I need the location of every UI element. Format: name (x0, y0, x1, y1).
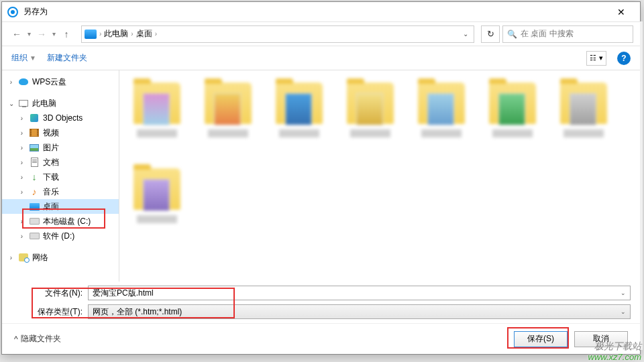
back-button[interactable]: ← (9, 26, 25, 42)
folder-item[interactable] (195, 77, 262, 158)
fields-area: 文件名(N): 爱淘宝PC版.html⌄ 保存类型(T): 网页，全部 (*.h… (2, 282, 640, 323)
folder-item[interactable] (550, 77, 617, 158)
download-icon: ↓ (28, 172, 40, 182)
toolbar: 组织▼ 新建文件夹 ☷ ▾ ? (2, 46, 640, 70)
window-title: 另存为 (23, 6, 608, 17)
save-button[interactable]: 保存(S) (514, 331, 568, 347)
tree-item-drive-c[interactable]: ›本地磁盘 (C:) (2, 214, 119, 229)
folder-item[interactable] (266, 77, 333, 158)
back-history-dropdown[interactable]: ▾ (28, 30, 31, 38)
footer: ^隐藏文件夹 保存(S) 取消 (2, 323, 640, 354)
tree-item-thispc[interactable]: ⌄此电脑 (2, 96, 119, 111)
tree-item-network[interactable]: ›网络 (2, 250, 119, 265)
music-icon: ♪ (28, 186, 40, 197)
chevron-down-icon[interactable]: ⌄ (621, 308, 626, 315)
search-icon: 🔍 (507, 29, 517, 39)
view-options-button[interactable]: ☷ ▾ (586, 51, 606, 66)
title-bar: 另存为 ✕ (2, 2, 640, 22)
folder-item[interactable] (479, 77, 546, 158)
breadcrumb-bar[interactable]: › 此电脑 › 桌面 › ⌄ (81, 25, 474, 43)
scrollbar[interactable] (640, 21, 643, 350)
save-as-dialog: 另存为 ✕ ← ▾ → ▾ ↑ › 此电脑 › 桌面 › ⌄ ↻ 🔍 在 桌面 … (1, 1, 641, 355)
folder-item[interactable] (123, 163, 191, 243)
breadcrumb-dropdown[interactable]: ⌄ (460, 30, 471, 38)
help-button[interactable]: ? (617, 52, 631, 65)
search-input[interactable]: 🔍 在 桌面 中搜索 (502, 25, 633, 43)
filetype-label: 保存类型(T): (11, 306, 85, 318)
watermark-text: 极光下载站 (594, 341, 641, 353)
chevron-up-icon: ^ (14, 335, 18, 344)
forward-button[interactable]: → (34, 26, 50, 42)
tree-item-videos[interactable]: ›视频 (2, 125, 119, 140)
filetype-select[interactable]: 网页，全部 (*.htm;*.html)⌄ (88, 304, 631, 319)
new-folder-button[interactable]: 新建文件夹 (47, 52, 87, 64)
breadcrumb-root[interactable]: 此电脑 (104, 28, 128, 40)
tree-item-downloads[interactable]: ›↓下载 (2, 170, 119, 184)
refresh-button[interactable]: ↻ (481, 25, 500, 43)
tree-item-documents[interactable]: ›文档 (2, 155, 119, 170)
chevron-down-icon[interactable]: ⌄ (621, 290, 626, 296)
tree-item-3dobjects[interactable]: ›3D Objects (2, 111, 119, 125)
folder-item[interactable] (408, 77, 475, 158)
nav-bar: ← ▾ → ▾ ↑ › 此电脑 › 桌面 › ⌄ ↻ 🔍 在 桌面 中搜索 (2, 22, 640, 46)
filename-input[interactable]: 爱淘宝PC版.html⌄ (88, 286, 631, 300)
hide-folders-toggle[interactable]: ^隐藏文件夹 (14, 333, 61, 345)
watermark-url: www.xz7.com (588, 352, 641, 362)
filename-label: 文件名(N): (11, 288, 85, 299)
app-icon (7, 7, 18, 17)
breadcrumb-current[interactable]: 桌面 (136, 28, 152, 40)
tree-item-pictures[interactable]: ›图片 (2, 140, 119, 155)
nav-tree: ›WPS云盘 ⌄此电脑 ›3D Objects ›视频 ›图片 ›文档 ›↓下载… (2, 70, 119, 282)
tree-item-drive-d[interactable]: ›软件 (D:) (2, 229, 119, 243)
up-button[interactable]: ↑ (58, 26, 74, 42)
file-list[interactable] (119, 70, 640, 282)
organize-button[interactable]: 组织▼ (11, 52, 36, 64)
tree-item-desktop[interactable]: 桌面 (2, 199, 119, 214)
tree-item-music[interactable]: ›♪音乐 (2, 184, 119, 199)
folder-item[interactable] (123, 77, 191, 158)
folder-item[interactable] (337, 77, 404, 158)
location-icon (85, 29, 97, 39)
chevron-right-icon: › (155, 30, 157, 38)
close-button[interactable]: ✕ (608, 3, 635, 21)
chevron-right-icon: › (131, 30, 133, 38)
chevron-right-icon: › (99, 30, 101, 38)
dialog-body: ›WPS云盘 ⌄此电脑 ›3D Objects ›视频 ›图片 ›文档 ›↓下载… (2, 70, 640, 282)
tree-item-wps[interactable]: ›WPS云盘 (2, 74, 119, 89)
recent-dropdown[interactable]: ▾ (52, 30, 56, 38)
search-placeholder: 在 桌面 中搜索 (521, 28, 574, 40)
